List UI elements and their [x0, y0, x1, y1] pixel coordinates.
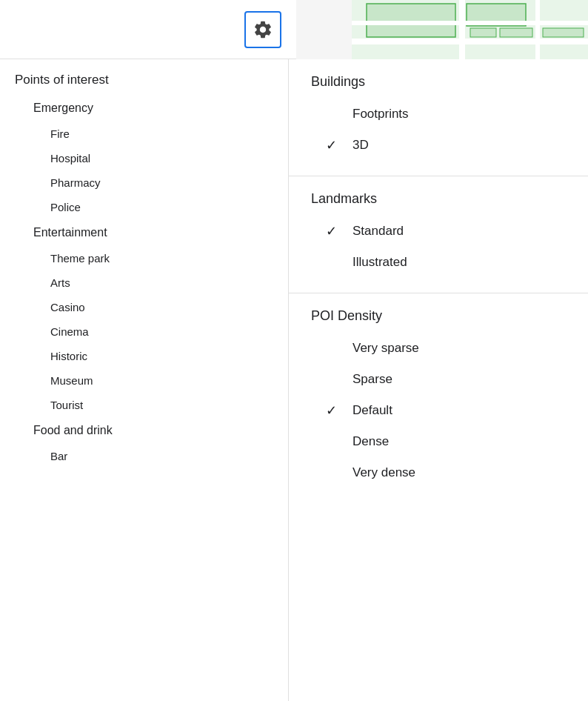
feature-subcategory-emergency[interactable]: Emergency	[0, 95, 288, 122]
settings-option-standard[interactable]: ✓Standard	[311, 216, 566, 247]
settings-option-sparse[interactable]: ✓Sparse	[311, 364, 566, 395]
feature-subcategory-food-and-drink[interactable]: Food and drink	[0, 417, 288, 444]
checkmark-icon: ✓	[326, 402, 344, 419]
feature-item-casino[interactable]: Casino	[0, 295, 288, 319]
header	[0, 0, 296, 59]
feature-category-points-of-interest: Points of interest	[0, 65, 288, 95]
option-label: Illustrated	[353, 255, 407, 270]
feature-item-tourist[interactable]: Tourist	[0, 393, 288, 417]
settings-option-very-dense[interactable]: ✓Very dense	[311, 457, 566, 488]
feature-item-museum[interactable]: Museum	[0, 368, 288, 393]
settings-section-poi-density: POI Density✓Very sparse✓Sparse✓Default✓D…	[289, 293, 588, 503]
feature-subcategory-entertainment[interactable]: Entertainment	[0, 219, 288, 246]
option-label: Very dense	[353, 465, 415, 480]
settings-section-title: Landmarks	[311, 191, 566, 207]
gear-icon	[253, 19, 273, 40]
settings-option-dense[interactable]: ✓Dense	[311, 426, 566, 457]
svg-rect-4	[459, 0, 465, 59]
settings-option-default[interactable]: ✓Default	[311, 395, 566, 426]
settings-section-buildings: Buildings✓Footprints✓3D	[289, 59, 588, 176]
feature-item-fire[interactable]: Fire	[0, 122, 288, 146]
left-panel: Points of interestEmergencyFireHospitalP…	[0, 59, 289, 701]
svg-rect-8	[543, 28, 584, 37]
option-label: 3D	[353, 138, 369, 153]
svg-rect-3	[352, 21, 588, 25]
feature-item-hospital[interactable]: Hospital	[0, 146, 288, 170]
settings-gear-button[interactable]	[244, 11, 281, 48]
svg-rect-5	[535, 0, 540, 59]
svg-rect-0	[367, 4, 455, 37]
option-label: Sparse	[353, 372, 392, 387]
option-label: Dense	[353, 434, 389, 449]
map-svg	[352, 0, 588, 59]
feature-item-police[interactable]: Police	[0, 195, 288, 219]
option-label: Default	[353, 403, 392, 418]
settings-section-title: POI Density	[311, 308, 566, 324]
feature-item-theme-park[interactable]: Theme park	[0, 246, 288, 270]
feature-item-historic[interactable]: Historic	[0, 344, 288, 368]
settings-option-footprints[interactable]: ✓Footprints	[311, 99, 566, 130]
map-canvas	[352, 0, 588, 59]
svg-rect-2	[352, 39, 588, 44]
feature-item-arts[interactable]: Arts	[0, 270, 288, 295]
svg-rect-7	[500, 28, 532, 37]
feature-item-bar[interactable]: Bar	[0, 444, 288, 468]
settings-option-3d[interactable]: ✓3D	[311, 130, 566, 161]
checkmark-icon: ✓	[326, 137, 344, 153]
option-label: Standard	[353, 224, 404, 239]
option-label: Footprints	[353, 107, 409, 122]
feature-item-cinema[interactable]: Cinema	[0, 319, 288, 344]
feature-list: Points of interestEmergencyFireHospitalP…	[0, 59, 288, 474]
checkmark-icon: ✓	[326, 223, 344, 239]
settings-option-illustrated[interactable]: ✓Illustrated	[311, 247, 566, 278]
feature-item-pharmacy[interactable]: Pharmacy	[0, 170, 288, 195]
settings-option-very-sparse[interactable]: ✓Very sparse	[311, 333, 566, 364]
settings-section-title: Buildings	[311, 74, 566, 90]
svg-rect-6	[470, 28, 496, 37]
option-label: Very sparse	[353, 341, 419, 356]
settings-section-landmarks: Landmarks✓Standard✓Illustrated	[289, 176, 588, 293]
right-panel: Buildings✓Footprints✓3DLandmarks✓Standar…	[289, 59, 588, 701]
